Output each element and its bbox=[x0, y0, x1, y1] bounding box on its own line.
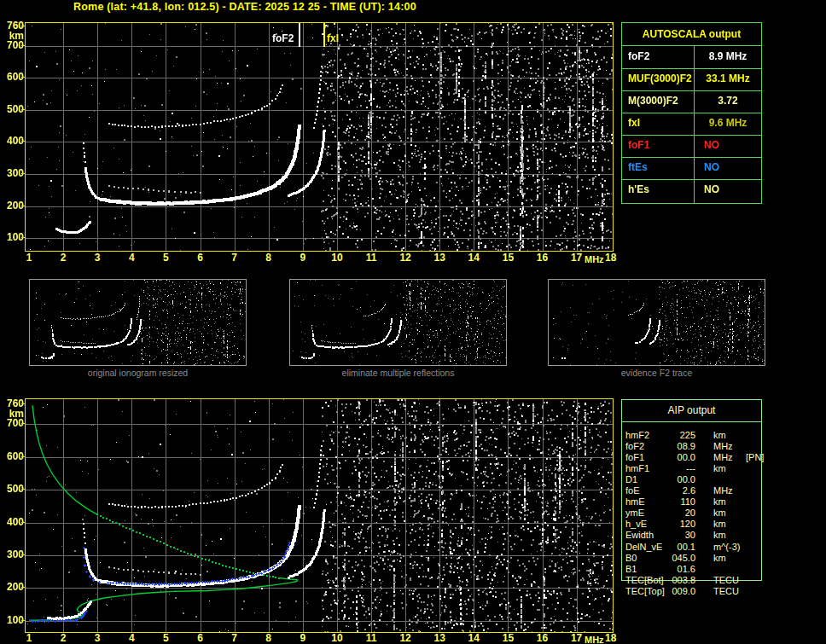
aip-row-unit: MHz bbox=[713, 452, 733, 463]
y-axis-tick bbox=[21, 620, 25, 621]
autoscala-row-label: M(3000)F2 bbox=[628, 90, 678, 112]
aip-row-label: foF2 bbox=[625, 441, 644, 452]
aip-row-tec-top-: TEC[Top]009.0TECU bbox=[625, 586, 822, 597]
autoscala-row-label: foF2 bbox=[628, 46, 649, 67]
thumbnail-original bbox=[29, 279, 247, 366]
aip-row-value: 00.0 bbox=[644, 452, 695, 463]
autoscala-row-value: 9.6 MHz bbox=[695, 113, 761, 134]
y-axis-tick bbox=[21, 237, 25, 238]
aip-row-value: 00.1 bbox=[644, 542, 695, 553]
bottom-ionogram-canvas bbox=[26, 399, 613, 632]
y-axis-tick bbox=[21, 522, 25, 523]
aip-row-unit: TECU bbox=[713, 575, 739, 586]
aip-row-value: 003.8 bbox=[644, 575, 695, 586]
aip-row-label: ymE bbox=[625, 508, 644, 519]
aip-row-b1: B101.6 bbox=[625, 564, 822, 575]
fxi-marker-label: fxI bbox=[327, 32, 339, 44]
x-tick-label: 6 bbox=[190, 252, 211, 264]
aip-row-unit: MHz bbox=[713, 441, 733, 452]
y-tick-label: 600 bbox=[1, 452, 24, 461]
autoscala-row-value: NO bbox=[695, 179, 771, 200]
autoscala-row-label: fxI bbox=[628, 113, 640, 134]
x-tick-label: 5 bbox=[155, 632, 176, 644]
autoscala-row-fxi: fxI9.6 MHz bbox=[622, 113, 761, 136]
x-tick-label: 14 bbox=[463, 632, 484, 644]
thumbnail-f2-trace-caption: evidence F2 trace bbox=[549, 368, 765, 378]
aip-row-value: 00.0 bbox=[644, 474, 695, 485]
aip-row-hmf1: hmF1---km bbox=[625, 463, 822, 474]
aip-row-fof2: foF208.9MHz bbox=[625, 441, 822, 452]
aip-row-label: B0 bbox=[625, 553, 637, 564]
aip-row-hme: hmE110km bbox=[625, 496, 822, 508]
aip-row-tec-bot-: TEC[Bot]003.8TECU bbox=[625, 575, 822, 586]
thumbnail-no-multiples bbox=[289, 279, 507, 366]
aip-row-value: 2.6 bbox=[644, 485, 695, 496]
x-tick-label: 8 bbox=[259, 632, 279, 644]
aip-row-value: 045.0 bbox=[644, 553, 695, 564]
aip-row-unit: km bbox=[713, 530, 726, 541]
thumbnail-no-multiples-caption: eliminate multiple reflections bbox=[290, 368, 506, 378]
autoscala-row-value: NO bbox=[695, 135, 771, 156]
fof2-marker-label: foF2 bbox=[272, 32, 294, 44]
aip-row-value: 110 bbox=[644, 496, 695, 508]
aip-row-unit: km bbox=[713, 463, 726, 474]
y-axis-tick bbox=[21, 206, 25, 206]
y-tick-label: 300 bbox=[1, 550, 24, 560]
x-tick-label: 4 bbox=[121, 252, 142, 264]
aip-row-unit: km bbox=[713, 519, 726, 530]
y-tick-label: 500 bbox=[1, 484, 24, 494]
y-axis-tick bbox=[21, 141, 25, 142]
x-tick-label: 12 bbox=[395, 252, 416, 264]
autoscala-row-label: MUF(3000)F2 bbox=[628, 68, 692, 90]
y-tick-label: 700 bbox=[1, 419, 24, 428]
aip-row-unit: km bbox=[713, 553, 726, 564]
aip-row-value: --- bbox=[644, 463, 695, 474]
aip-row-value: 120 bbox=[644, 519, 695, 530]
y-tick-label: 200 bbox=[1, 583, 24, 592]
aip-row-label: foF1 bbox=[625, 452, 644, 463]
aip-row-value: 30 bbox=[644, 530, 695, 541]
aip-row-unit: MHz bbox=[713, 485, 733, 496]
y-axis-tick bbox=[21, 489, 25, 490]
aip-row-foe: foE2.6MHz bbox=[625, 485, 822, 496]
y-axis-tick bbox=[21, 77, 25, 78]
y-axis-tick bbox=[21, 423, 25, 424]
aip-row-unit: km bbox=[713, 430, 726, 441]
bottom-ionogram-plot bbox=[25, 398, 614, 633]
autoscala-row-label: foF1 bbox=[628, 135, 649, 156]
y-tick-label: 400 bbox=[1, 136, 24, 146]
page-title: Rome (lat: +41.8, lon: 012.5) - DATE: 20… bbox=[73, 1, 551, 13]
x-tick-label: 4 bbox=[121, 632, 142, 644]
aip-row-unit: TECU bbox=[713, 586, 739, 597]
x-tick-label: 7 bbox=[224, 252, 245, 264]
y-axis-tick bbox=[21, 554, 25, 555]
autoscala-row-label: h'Es bbox=[628, 179, 649, 200]
y-axis-tick bbox=[21, 403, 25, 404]
autoscala-screen: { "title": "Rome (lat: +41.8, lon: 012.5… bbox=[0, 0, 826, 644]
aip-row-unit: km bbox=[713, 508, 726, 519]
aip-row-label: B1 bbox=[625, 564, 637, 575]
thumbnail-f2-trace-canvas bbox=[549, 280, 765, 365]
top-ionogram-canvas bbox=[26, 23, 613, 251]
x-tick-label: 2 bbox=[53, 252, 73, 264]
x-tick-label: 10 bbox=[327, 632, 347, 644]
x-tick-label: 8 bbox=[259, 252, 279, 264]
x-tick-label: 3 bbox=[87, 632, 108, 644]
aip-row-value: 225 bbox=[644, 430, 695, 441]
autoscala-row-m-3000-f2: M(3000)F23.72 bbox=[622, 90, 761, 113]
y-tick-label: 700 bbox=[1, 41, 24, 50]
autoscala-row-fof1: foF1NO bbox=[622, 135, 761, 158]
aip-row-h-ve: h_vE120km bbox=[625, 519, 822, 530]
aip-row-deln-ve: DelN_vE00.1m^(-3) bbox=[625, 542, 822, 553]
y-axis-tick bbox=[21, 26, 25, 26]
x-tick-label: 11 bbox=[361, 252, 381, 264]
thumbnail-f2-trace bbox=[548, 279, 765, 366]
y-tick-label: 100 bbox=[1, 616, 24, 625]
x-tick-label: 11 bbox=[361, 632, 381, 644]
x-tick-label: 17 bbox=[567, 632, 587, 644]
aip-row-value: 01.6 bbox=[644, 564, 695, 575]
x-tick-label: 13 bbox=[429, 632, 450, 644]
aip-table-header: AIP output bbox=[622, 400, 761, 422]
y-axis-tick bbox=[21, 109, 25, 110]
x-tick-label: 5 bbox=[155, 252, 176, 264]
